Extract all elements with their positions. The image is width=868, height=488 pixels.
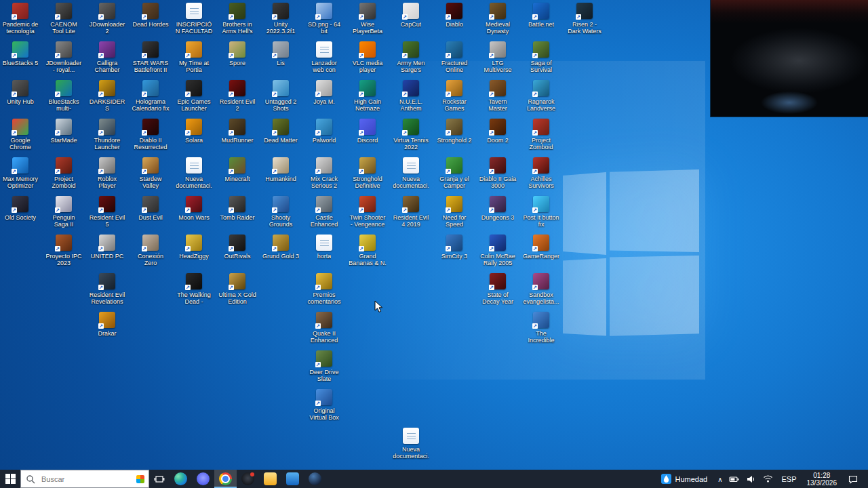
desktop-icon[interactable]: ↗Epic Games Launcher xyxy=(175,80,213,112)
desktop-icon[interactable]: ↗SimCity 3 xyxy=(435,235,473,260)
desktop-icon[interactable]: ↗Proyecto IPC 2023 xyxy=(45,235,83,266)
desktop-icon[interactable]: ↗Joya M. xyxy=(305,80,343,105)
network-button[interactable] xyxy=(760,470,776,488)
desktop-icon[interactable]: ↗Post It button fix xyxy=(522,196,560,228)
desktop-icon[interactable]: ↗The Walking Dead - Telltale... xyxy=(175,273,213,305)
desktop-icon[interactable]: ↗CAENOM Tool Lite xyxy=(45,3,83,35)
desktop-icon[interactable]: ↗Achilles Survivors xyxy=(522,157,560,189)
desktop-icon[interactable]: ↗High Gain Netmaze xyxy=(349,80,387,112)
desktop-icon[interactable]: ↗Lis xyxy=(262,41,300,66)
desktop-icon[interactable]: INSCRIPCIÓN FACULTAD xyxy=(175,3,213,35)
desktop-icon[interactable]: ↗Conexión Zero xyxy=(132,235,170,266)
start-button[interactable] xyxy=(0,470,20,488)
search-highlights-icon[interactable] xyxy=(136,475,144,483)
desktop-icon[interactable]: ↗Deer Drive Slate xyxy=(305,350,343,382)
steam-taskbar-button[interactable] xyxy=(304,470,326,488)
desktop-icon[interactable]: ↗Colin McRae Rally 2005 xyxy=(479,235,517,266)
desktop-icon[interactable]: ↗Drakar xyxy=(88,312,126,337)
desktop-icon[interactable]: ↗Unity Hub xyxy=(1,80,39,105)
desktop-icon[interactable]: ↗Medieval Dynasty xyxy=(479,3,517,35)
desktop-icon[interactable]: Nueva documentaci... xyxy=(392,157,430,189)
desktop-icon[interactable]: ↗Stronghold Definitive Edition xyxy=(349,157,387,189)
desktop-icon[interactable]: ↗Shooty Grounds xyxy=(262,196,300,228)
desktop-icon[interactable]: ↗Wise PlayerBeta xyxy=(349,3,387,35)
desktop-icon[interactable]: ↗GameRanger xyxy=(522,235,560,260)
microsoft-store-taskbar-button[interactable] xyxy=(281,470,304,488)
desktop-icon[interactable]: ↗N.U.E.L. Anthem Strike tech... xyxy=(392,80,430,112)
clock[interactable]: 01:28 13/3/2026 xyxy=(802,472,843,487)
hidden-icons-button[interactable]: ∧ xyxy=(714,470,726,488)
desktop-icon[interactable]: ↗Max Memory Optimizer xyxy=(1,157,39,189)
task-view-button[interactable] xyxy=(149,470,170,488)
desktop-icon[interactable]: ↗Saga of Survival xyxy=(522,41,560,73)
desktop-icon[interactable]: ↗Pandemic de tecnología xyxy=(1,3,39,35)
desktop-icon[interactable]: ↗Quake II Enhanced xyxy=(305,312,343,344)
desktop-icon[interactable]: ↗Brothers in Arms Hell's Highway xyxy=(218,3,256,35)
desktop-icon[interactable]: ↗Fractured Online xyxy=(435,41,473,73)
desktop-icon[interactable]: ↗Virtua Tennis 2022 xyxy=(392,119,430,150)
desktop-icon[interactable]: ↗Original Virtual Box xyxy=(305,389,343,421)
desktop-icon[interactable]: ↗Dungeons 3 xyxy=(479,196,517,221)
desktop-icon[interactable]: ↗SD.png - 64 bit xyxy=(305,3,343,35)
volume-button[interactable] xyxy=(743,470,760,488)
desktop-icon[interactable]: ↗Solara xyxy=(175,119,213,144)
desktop-icon[interactable]: ↗JDownloader 2 xyxy=(88,3,126,35)
desktop-icon[interactable]: ↗LTG Multiverse Totem xyxy=(479,41,517,73)
desktop-icon[interactable]: ↗BlueStacks multi-instanc... xyxy=(45,80,83,112)
desktop-icon[interactable]: ↗Tomb Raider xyxy=(218,196,256,221)
desktop-icon[interactable]: ↗Ultima X Gold Edition xyxy=(218,273,256,305)
desktop-icon[interactable]: ↗Calligra Chamber xyxy=(88,41,126,73)
desktop-icon[interactable]: ↗Moon Wars xyxy=(175,196,213,221)
desktop-icon[interactable]: ↗Resident Evil 4 2019 xyxy=(392,196,430,228)
desktop-icon[interactable]: Nueva documentaci... xyxy=(175,157,213,189)
desktop-icon[interactable]: ↗Dead Hordes xyxy=(132,3,170,28)
desktop-icon[interactable]: ↗Minecraft xyxy=(218,157,256,182)
desktop-icon[interactable]: Nueva documentaci... xyxy=(392,428,430,460)
desktop-icon[interactable]: ↗STAR WARS Battlefront II 2017 xyxy=(132,41,170,73)
desktop-icon[interactable]: ↗Stronghold 2 xyxy=(435,119,473,144)
desktop-icon[interactable]: ↗Roblox Player Nuevo... xyxy=(88,157,126,189)
desktop-icon[interactable]: ↗Dead Matter xyxy=(262,119,300,144)
language-indicator[interactable]: ESP xyxy=(776,470,801,488)
desktop-icon[interactable]: ↗Castle Enhanced Edition xyxy=(305,196,343,228)
desktop-icon[interactable]: ↗Palworld xyxy=(305,119,343,144)
desktop-icon[interactable]: ↗Spore xyxy=(218,41,256,66)
desktop-icon[interactable]: ↗Thundore Launcher xyxy=(88,119,126,150)
desktop-icon[interactable]: ↗Old Society xyxy=(1,196,39,221)
desktop-icon[interactable]: ↗CapCut xyxy=(392,3,430,28)
desktop-icon[interactable]: ↗Resident Evil Revelations xyxy=(88,273,126,305)
desktop-icon[interactable]: ↗The Incredible Adventures of... xyxy=(522,312,560,344)
desktop-icon[interactable]: ↗StarMade xyxy=(45,119,83,144)
desktop-icon[interactable]: ↗Diablo II Resurrected L. xyxy=(132,119,170,150)
desktop-icon[interactable]: ↗Doom 2 xyxy=(479,119,517,144)
weather-widget[interactable]: Humedad xyxy=(654,470,714,488)
battery-button[interactable] xyxy=(726,470,743,488)
desktop-icon[interactable]: ↗Dust Evil xyxy=(132,196,170,221)
notification-center-button[interactable] xyxy=(842,470,864,488)
desktop-icon[interactable]: ↗Risen 2 - Dark Waters xyxy=(566,3,604,35)
desktop-icon[interactable]: ↗Google Chrome xyxy=(1,119,39,150)
taskbar-search-box[interactable] xyxy=(20,470,149,488)
desktop-icon[interactable]: ↗Unity 2022.3.2f1 xyxy=(262,3,300,35)
desktop-icon[interactable]: ↗Grund Gold 3 xyxy=(262,235,300,260)
desktop-icon[interactable]: ↗UNITED PC xyxy=(88,235,126,260)
desktop-icon[interactable]: ↗Diablo II Gaia 3000 xyxy=(479,157,517,189)
desktop-icon[interactable]: ↗Discord xyxy=(349,119,387,144)
desktop-icon[interactable]: ↗Ragnarok Landverse xyxy=(522,80,560,112)
desktop-icon[interactable]: ↗Penguin Saga II xyxy=(45,196,83,228)
desktop-icon[interactable]: ↗My Time at Portia xyxy=(175,41,213,73)
desktop-icon[interactable]: ↗VLC media player xyxy=(349,41,387,73)
desktop-icon[interactable]: ↗MudRunner xyxy=(218,119,256,144)
desktop-icon[interactable]: ↗Untagged 2 Shots xyxy=(262,80,300,112)
search-input[interactable] xyxy=(40,474,131,484)
desktop-icon[interactable]: ↗Tavern Master xyxy=(479,80,517,112)
desktop-icon[interactable]: horta xyxy=(305,235,343,260)
desktop-icon[interactable]: ↗JDownloader - royal... xyxy=(45,41,83,73)
desktop-icon[interactable]: ↗Resident Evil 2 xyxy=(218,80,256,112)
desktop-icon[interactable]: ↗Premios comentarios L. xyxy=(305,273,343,305)
desktop-icon[interactable]: ↗Rockstar Games Launcher xyxy=(435,80,473,112)
desktop-icon[interactable]: ↗Stardew Valley xyxy=(132,157,170,189)
desktop-icon[interactable]: Lanzador web con Steam xyxy=(305,41,343,73)
desktop-icon[interactable]: ↗Resident Evil 5 xyxy=(88,196,126,228)
desktop-icon[interactable]: ↗BlueStacks 5 xyxy=(1,41,39,66)
